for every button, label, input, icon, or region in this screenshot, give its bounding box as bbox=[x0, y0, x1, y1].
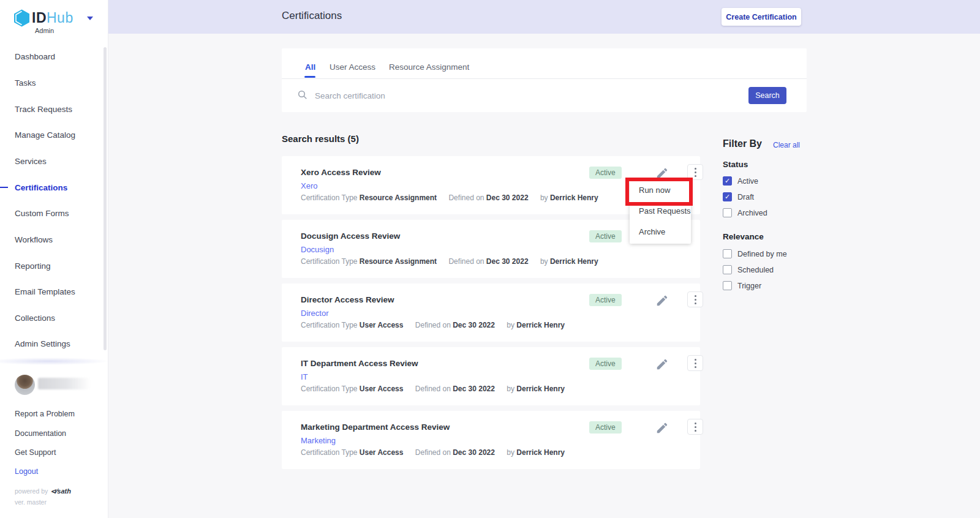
edit-icon[interactable] bbox=[655, 167, 669, 180]
workspace-role-label: Admin bbox=[35, 27, 54, 34]
sidebar-item-admin-settings[interactable]: Admin Settings bbox=[15, 339, 70, 348]
menu-item-run-now[interactable]: Run now bbox=[630, 180, 691, 201]
tabs-divider bbox=[282, 78, 807, 79]
more-actions-button[interactable] bbox=[687, 419, 703, 435]
checkbox-defined-by-me[interactable] bbox=[723, 249, 732, 258]
status-badge: Active bbox=[589, 167, 622, 179]
filter-group-relevance: Relevance bbox=[723, 232, 764, 241]
more-actions-button[interactable] bbox=[687, 355, 703, 371]
sidebar-item-workflows[interactable]: Workflows bbox=[15, 235, 53, 244]
status-badge: Active bbox=[589, 230, 622, 242]
idhub-logo: IDHub bbox=[32, 10, 74, 26]
sidebar-item-collections[interactable]: Collections bbox=[15, 313, 55, 323]
certification-meta: Certification Type Resource Assignment D… bbox=[301, 193, 598, 202]
certification-title: Docusign Access Review bbox=[301, 231, 400, 241]
menu-item-archive[interactable]: Archive bbox=[630, 222, 691, 242]
search-icon bbox=[298, 90, 307, 100]
checkbox-archived[interactable] bbox=[723, 208, 732, 217]
certification-title: Director Access Review bbox=[301, 295, 394, 304]
active-item-indicator bbox=[0, 187, 8, 188]
certification-title: Marketing Department Access Review bbox=[301, 422, 450, 432]
certification-app-link[interactable]: Xero bbox=[301, 181, 317, 190]
certification-title: IT Department Access Review bbox=[301, 359, 418, 368]
filter-option-draft: Draft bbox=[723, 192, 754, 201]
documentation-link[interactable]: Documentation bbox=[15, 429, 66, 438]
app-root: Certifications Create Certification IDHu… bbox=[0, 0, 980, 518]
certification-card: Marketing Department Access Review Marke… bbox=[282, 411, 700, 469]
get-support-link[interactable]: Get Support bbox=[15, 448, 56, 457]
sath-logo: ⊲⁄sath bbox=[50, 487, 71, 495]
user-name-redacted bbox=[38, 378, 91, 389]
sidebar-scrollbar[interactable] bbox=[104, 47, 107, 350]
logout-link[interactable]: Logout bbox=[15, 467, 38, 476]
certification-card: IT Department Access Review IT Certifica… bbox=[282, 347, 700, 405]
status-badge: Active bbox=[589, 421, 622, 434]
checkbox-draft[interactable] bbox=[723, 192, 732, 201]
card-actions-menu: Run now Past Requests Archive bbox=[630, 180, 691, 244]
powered-by-label: powered by⊲⁄sath bbox=[15, 487, 71, 495]
sidebar-item-custom-forms[interactable]: Custom Forms bbox=[15, 209, 69, 218]
sidebar-item-reporting[interactable]: Reporting bbox=[15, 261, 51, 271]
clear-all-link[interactable]: Clear all bbox=[773, 141, 800, 149]
certification-meta: Certification Type Resource Assignment D… bbox=[301, 257, 598, 266]
tab-user-access[interactable]: User Access bbox=[330, 62, 375, 72]
create-certification-button[interactable]: Create Certification bbox=[722, 8, 801, 26]
checkbox-active[interactable] bbox=[723, 176, 732, 186]
certification-meta: Certification Type User Access Defined o… bbox=[301, 448, 565, 457]
sidebar-item-manage-catalog[interactable]: Manage Catalog bbox=[15, 130, 75, 140]
top-header-bar bbox=[108, 0, 980, 34]
page-title: Certifications bbox=[282, 10, 342, 22]
workspace-caret-icon[interactable] bbox=[87, 17, 93, 20]
checkbox-trigger[interactable] bbox=[723, 281, 732, 290]
certification-app-link[interactable]: Docusign bbox=[301, 245, 334, 254]
sidebar-item-email-templates[interactable]: Email Templates bbox=[15, 287, 75, 296]
certification-meta: Certification Type User Access Defined o… bbox=[301, 321, 565, 329]
filter-option-active: Active bbox=[723, 176, 758, 186]
active-tab-underline bbox=[304, 76, 315, 78]
user-avatar[interactable] bbox=[15, 375, 35, 395]
report-a-problem-link[interactable]: Report a Problem bbox=[15, 410, 75, 418]
sidebar-item-track-requests[interactable]: Track Requests bbox=[15, 105, 72, 114]
edit-icon[interactable] bbox=[655, 421, 669, 435]
filter-group-status: Status bbox=[723, 160, 748, 169]
filter-option-archived: Archived bbox=[723, 208, 767, 217]
tab-all[interactable]: All bbox=[305, 62, 315, 72]
menu-item-past-requests[interactable]: Past Requests bbox=[630, 201, 691, 222]
edit-icon[interactable] bbox=[655, 358, 669, 371]
checkbox-scheduled[interactable] bbox=[723, 265, 732, 274]
search-results-heading: Search results (5) bbox=[282, 133, 359, 144]
version-label: ver. master bbox=[15, 498, 47, 506]
more-actions-button[interactable] bbox=[687, 164, 703, 180]
sidebar-item-services[interactable]: Services bbox=[15, 157, 47, 166]
tab-resource-assignment[interactable]: Resource Assignment bbox=[389, 62, 469, 72]
certification-app-link[interactable]: Director bbox=[301, 309, 329, 318]
certification-card: Director Access Review Director Certific… bbox=[282, 283, 700, 342]
filter-option-defined-by-me: Defined by me bbox=[723, 249, 787, 258]
certification-meta: Certification Type User Access Defined o… bbox=[301, 385, 565, 393]
filter-option-trigger: Trigger bbox=[723, 281, 761, 290]
search-button[interactable]: Search bbox=[748, 87, 786, 104]
sidebar-footer-shadow bbox=[0, 358, 108, 365]
certification-app-link[interactable]: IT bbox=[301, 372, 308, 381]
idhub-logo-icon bbox=[13, 9, 30, 27]
edit-icon[interactable] bbox=[655, 294, 669, 307]
sidebar: IDHub Admin Dashboard Tasks Track Reques… bbox=[0, 0, 108, 518]
sidebar-item-dashboard[interactable]: Dashboard bbox=[15, 52, 55, 61]
sidebar-item-certifications[interactable]: Certifications bbox=[15, 183, 67, 192]
status-badge: Active bbox=[589, 358, 622, 370]
filter-option-scheduled: Scheduled bbox=[723, 265, 774, 274]
more-actions-button[interactable] bbox=[687, 291, 703, 307]
certification-title: Xero Access Review bbox=[301, 168, 381, 177]
search-input[interactable] bbox=[314, 87, 708, 104]
sidebar-item-tasks[interactable]: Tasks bbox=[15, 78, 36, 88]
status-badge: Active bbox=[589, 294, 622, 306]
filter-by-heading: Filter By bbox=[723, 138, 762, 149]
certification-app-link[interactable]: Marketing bbox=[301, 436, 336, 445]
